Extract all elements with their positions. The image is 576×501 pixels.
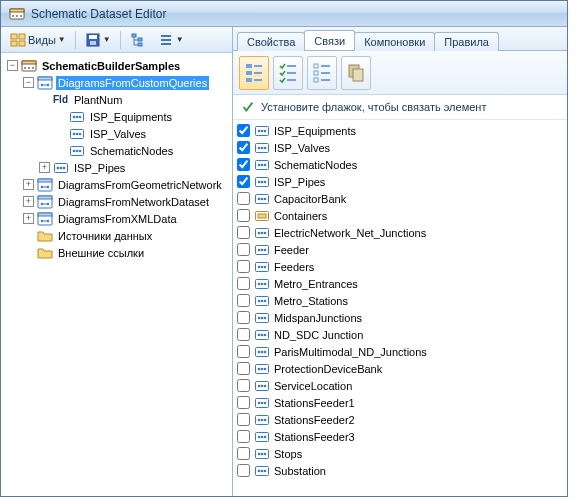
tree-node[interactable]: ISP_Valves [3, 125, 230, 142]
item-checkbox[interactable] [237, 396, 250, 409]
item-checkbox[interactable] [237, 311, 250, 324]
feature-class-icon [254, 191, 270, 207]
item-checkbox[interactable] [237, 192, 250, 205]
tree-node-label: Внешние ссылки [56, 246, 146, 260]
item-checkbox[interactable] [237, 209, 250, 222]
item-checkbox[interactable] [237, 158, 250, 171]
list-item[interactable]: Metro_Stations [237, 292, 563, 309]
item-checkbox[interactable] [237, 430, 250, 443]
feature-class-icon [254, 293, 270, 309]
tree-node[interactable]: +DiagramsFromGeometricNetwork [3, 176, 230, 193]
item-checkbox[interactable] [237, 243, 250, 256]
list-item[interactable]: ServiceLocation [237, 377, 563, 394]
list-item[interactable]: StationsFeeder1 [237, 394, 563, 411]
item-checkbox[interactable] [237, 226, 250, 239]
expand-icon[interactable]: + [39, 162, 50, 173]
list-item[interactable]: ISP_Pipes [237, 173, 563, 190]
left-panel: Виды ▼ ▼ ▼ −SchematicBuilderSamples−Diag… [1, 27, 233, 496]
tree-view-button[interactable] [125, 29, 151, 51]
list-item[interactable]: ElectricNetwork_Net_Junctions [237, 224, 563, 241]
tree-node[interactable]: ISP_Equipments [3, 108, 230, 125]
list-item[interactable]: SchematicNodes [237, 156, 563, 173]
tree-node[interactable]: SchematicNodes [3, 142, 230, 159]
list-item[interactable]: CapacitorBank [237, 190, 563, 207]
item-label: Stops [274, 448, 302, 460]
tree-node[interactable]: Источники данных [3, 227, 230, 244]
item-label: Metro_Entrances [274, 278, 358, 290]
tree-node[interactable]: +ISP_Pipes [3, 159, 230, 176]
list-item[interactable]: ND_SDC Junction [237, 326, 563, 343]
tree-node[interactable]: +DiagramsFromXMLData [3, 210, 230, 227]
feature-class-icon [254, 140, 270, 156]
tree-node[interactable]: −DiagramsFromCustomQueries [3, 74, 230, 91]
list-item[interactable]: StationsFeeder3 [237, 428, 563, 445]
list-item[interactable]: Metro_Entrances [237, 275, 563, 292]
item-label: CapacitorBank [274, 193, 346, 205]
list-item[interactable]: ProtectionDeviceBank [237, 360, 563, 377]
list-item[interactable]: Feeders [237, 258, 563, 275]
tree-node[interactable]: Внешние ссылки [3, 244, 230, 261]
list-item[interactable]: StationsFeeder2 [237, 411, 563, 428]
save-button[interactable]: ▼ [80, 29, 116, 51]
list-view-button[interactable]: ▼ [153, 29, 189, 51]
ribbon [233, 51, 567, 95]
item-checkbox[interactable] [237, 328, 250, 341]
feature-class-icon [254, 327, 270, 343]
tab-правила[interactable]: Правила [434, 32, 499, 51]
hint-bar: Установите флажок, чтобы связать элемент [233, 95, 567, 120]
duplicate-button[interactable] [341, 56, 371, 90]
list-item[interactable]: Feeder [237, 241, 563, 258]
check-icon [241, 100, 255, 114]
views-button[interactable]: Виды ▼ [5, 29, 71, 51]
list-item[interactable]: ISP_Equipments [237, 122, 563, 139]
tree-node-label: DiagramsFromNetworkDataset [56, 195, 211, 209]
list-item[interactable]: Containers [237, 207, 563, 224]
list-item[interactable]: Substation [237, 462, 563, 479]
tree-node[interactable]: +DiagramsFromNetworkDataset [3, 193, 230, 210]
tree-node-label: ISP_Equipments [88, 110, 174, 124]
expand-icon[interactable]: + [23, 179, 34, 190]
list-item[interactable]: MidspanJunctions [237, 309, 563, 326]
uncheck-all-button[interactable] [307, 56, 337, 90]
expand-icon[interactable]: + [23, 196, 34, 207]
feature-class-icon [254, 123, 270, 139]
list-item[interactable]: ParisMultimodal_ND_Junctions [237, 343, 563, 360]
item-label: Containers [274, 210, 327, 222]
tree-node[interactable]: FldPlantNum [3, 91, 230, 108]
item-checkbox[interactable] [237, 447, 250, 460]
list-item[interactable]: ISP_Valves [237, 139, 563, 156]
folder-icon [37, 228, 53, 244]
item-checkbox[interactable] [237, 277, 250, 290]
item-checkbox[interactable] [237, 413, 250, 426]
feature-class-icon [254, 395, 270, 411]
item-checkbox[interactable] [237, 141, 250, 154]
tree-view[interactable]: −SchematicBuilderSamples−DiagramsFromCus… [1, 53, 232, 496]
item-checkbox[interactable] [237, 464, 250, 477]
check-all-button[interactable] [273, 56, 303, 90]
item-checkbox[interactable] [237, 260, 250, 273]
expand-icon[interactable]: + [23, 213, 34, 224]
item-label: ISP_Pipes [274, 176, 325, 188]
tab-связи[interactable]: Связи [304, 30, 355, 50]
save-icon [85, 32, 101, 48]
tree-icon [130, 32, 146, 48]
tree-node-label: DiagramsFromGeometricNetwork [56, 178, 224, 192]
collapse-icon[interactable]: − [23, 77, 34, 88]
association-list[interactable]: ISP_EquipmentsISP_ValvesSchematicNodesIS… [233, 120, 567, 496]
item-checkbox[interactable] [237, 345, 250, 358]
tab-свойства[interactable]: Свойства [237, 32, 305, 51]
item-checkbox[interactable] [237, 362, 250, 375]
views-icon [10, 32, 26, 48]
left-toolbar: Виды ▼ ▼ ▼ [1, 27, 232, 53]
tree-node[interactable]: −SchematicBuilderSamples [3, 57, 230, 74]
select-all-button[interactable] [239, 56, 269, 90]
collapse-icon[interactable]: − [7, 60, 18, 71]
item-checkbox[interactable] [237, 294, 250, 307]
item-checkbox[interactable] [237, 379, 250, 392]
list-item[interactable]: Stops [237, 445, 563, 462]
list-check-icon [278, 61, 298, 85]
item-checkbox[interactable] [237, 124, 250, 137]
tree-node-label: Источники данных [56, 229, 154, 243]
item-checkbox[interactable] [237, 175, 250, 188]
tab-компоновки[interactable]: Компоновки [354, 32, 435, 51]
